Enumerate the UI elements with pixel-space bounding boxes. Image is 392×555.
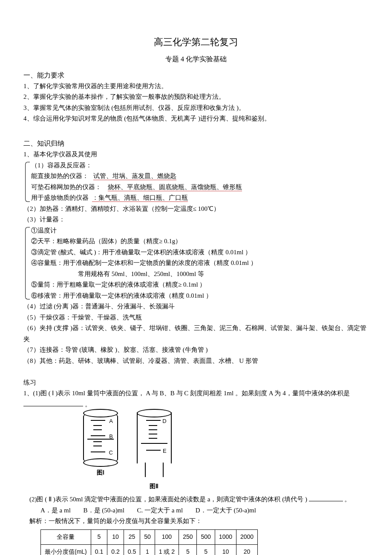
val-8: 20 bbox=[236, 544, 258, 555]
s1-p1: 1、了解化学实验常用仪器的主要用途和使用方法。 bbox=[23, 81, 369, 92]
s1-p2: 2、掌握化学实验的基本操作，了解实验室一般事故的预防和处理方法。 bbox=[23, 92, 369, 103]
q1-end: 。 bbox=[85, 401, 91, 408]
option-D: D．一定大于 (50-a)ml bbox=[196, 505, 256, 516]
col-2: 25 bbox=[124, 529, 140, 544]
fig2-D: D bbox=[162, 417, 166, 426]
s2-p7: （7）连接器：导管 (玻璃、橡胶 )、胶塞、活塞、接液管 (牛角管 ) bbox=[23, 345, 369, 356]
option-C: C. 一定大于 a ml bbox=[137, 505, 183, 516]
fig2-caption: 图Ⅱ bbox=[137, 481, 172, 492]
col-3: 50 bbox=[140, 529, 155, 544]
s2-item1: 1、基本化学仪器及其使用 bbox=[23, 149, 369, 160]
g1-l2a: 能直接加热的仪器： bbox=[31, 173, 89, 179]
q2-text: (2)图 ( Ⅱ )表示 50ml 滴定管中液面的位置，如果液面处的读数是 a，… bbox=[29, 496, 307, 503]
s1-p4: 4、综合运用化学知识对常见的物质 (包括气体物质、无机离子 )进行分离、提纯和鉴… bbox=[23, 113, 369, 124]
val-5: 5 bbox=[179, 544, 197, 555]
col-7: 1000 bbox=[215, 529, 236, 544]
g2-l4b: 常用规格有 50ml、100ml、250ml、1000ml 等 bbox=[31, 269, 369, 280]
section2-heading: 二、知识归纳 bbox=[23, 138, 369, 149]
val-7: 10 bbox=[215, 544, 236, 555]
col-0: 5 bbox=[91, 529, 107, 544]
q1-text: 1、(1)图 ( Ⅰ )表示 10ml 量筒中液面的位置， A 与 B、B 与 … bbox=[23, 390, 350, 397]
g1-l2b: 试管、坩埚、蒸发皿、燃烧匙 bbox=[93, 173, 176, 180]
practice-heading: 练习 bbox=[23, 377, 369, 388]
g1-l3a: 可垫石棉网加热的仪器： bbox=[31, 184, 101, 190]
fig1-B: B bbox=[109, 432, 113, 441]
g2-l2: ②天平：粗略称量药品（固体）的质量（精度≥ 0.1g） bbox=[31, 236, 369, 247]
s1-p3: 3、掌握常见气体的实验室制法 (包括所用试剂、仪器、反应原理和收集方法 )。 bbox=[23, 103, 369, 114]
g2-l6: ⑥移液管：用于准确量取一定体积的液体或溶液（精度 0.01ml ） bbox=[31, 290, 369, 302]
subtitle: 专题 4 化学实验基础 bbox=[23, 53, 369, 65]
page-title: 高三化学第二轮复习 bbox=[23, 34, 369, 50]
val-3: 1 bbox=[140, 544, 155, 555]
th-row: 最小分度值(mL) bbox=[41, 544, 91, 555]
graduation-table: 全容量 5 10 25 50 100 250 500 1000 2000 最小分… bbox=[40, 529, 258, 555]
g1-l4b: ：集气瓶、滴瓶、细口瓶、广口瓶 bbox=[92, 194, 188, 202]
g1-l3b: 烧杯、平底烧瓶、圆底烧瓶、蒸馏烧瓶、锥形瓶 bbox=[108, 184, 242, 191]
s2-p5: （5）干燥仪器：干燥管、干燥器、洗气瓶 bbox=[23, 312, 369, 323]
col-8: 2000 bbox=[236, 529, 258, 544]
s2-p8: （8）其他：药匙、研钵、玻璃棒、试管刷、冷凝器、滴管、表面皿、水槽、 U 形管 bbox=[23, 356, 369, 367]
g2-l4: ④容量瓶：用于准确配制一定体积和一定物质的量的浓度的溶液（精度 0.01ml ） bbox=[31, 258, 369, 269]
figure-2: D E 图Ⅱ bbox=[137, 412, 172, 492]
col-5: 250 bbox=[179, 529, 197, 544]
q2-end: 。 bbox=[344, 496, 351, 503]
cylinder-1-icon: A B C bbox=[83, 412, 118, 463]
option-A: A．是 a ml bbox=[40, 505, 71, 516]
q1-blank[interactable] bbox=[23, 406, 83, 406]
col-1: 10 bbox=[107, 529, 124, 544]
g1-l1: （1）容器及反应器： bbox=[31, 160, 369, 171]
fig1-C: C bbox=[109, 448, 113, 457]
fig2-E: E bbox=[163, 446, 167, 456]
val-6: 5 bbox=[197, 544, 215, 555]
burette-icon: D E bbox=[137, 412, 172, 463]
option-B: B．是 (50-a)ml bbox=[84, 505, 124, 516]
th-header: 全容量 bbox=[41, 529, 91, 544]
col-4: 100 bbox=[155, 529, 179, 544]
figure-1: A B C 图Ⅰ bbox=[83, 412, 118, 478]
s2-p4: （4）过滤 (分离 )器：普通漏斗、分液漏斗、长颈漏斗 bbox=[23, 301, 369, 312]
g1-l4a: 用于盛放物质的仪器 bbox=[31, 194, 89, 201]
g2-l3: ③滴定管 (酸式、碱式 )：用于准确量取一定体积的液体或溶液（精度 0.01ml… bbox=[31, 247, 369, 258]
s2-p3: （3）计量器： bbox=[23, 214, 369, 225]
g2-l1: ①温度计 bbox=[31, 225, 369, 236]
col-6: 500 bbox=[197, 529, 215, 544]
analysis-text: 解析：一般情况下，量筒的最小分度值与其全容量关系如下： bbox=[23, 516, 369, 527]
section1-heading: 一、能力要求 bbox=[23, 69, 369, 81]
s2-p2: （2）加热器：酒精灯、酒精喷灯、水浴装置（控制一定温度≤ 100℃） bbox=[23, 204, 369, 215]
s2-p6: （6）夹持 (支撑 )器：试管夹、铁夹、镊子、坩埚钳、铁圈、三角架、泥三角、石棉… bbox=[23, 323, 369, 345]
val-1: 0.2 bbox=[107, 544, 124, 555]
val-2: 0.5 bbox=[124, 544, 140, 555]
val-4: 1 或 2 bbox=[155, 544, 179, 555]
g2-l5: ⑤量筒：用于粗略量取一定体积的液体或溶液（精度≥ 0.1ml ） bbox=[31, 279, 369, 290]
fig1-caption: 图Ⅰ bbox=[83, 468, 118, 478]
bracket-group-1: （1）容器及反应器： 能直接加热的仪器： 试管、坩埚、蒸发皿、燃烧匙 可垫石棉网… bbox=[24, 160, 369, 204]
fig1-A: A bbox=[109, 417, 113, 426]
bracket-group-2: ①温度计 ②天平：粗略称量药品（固体）的质量（精度≥ 0.1g） ③滴定管 (酸… bbox=[24, 225, 369, 302]
val-0: 0.1 bbox=[91, 544, 107, 555]
q2-blank[interactable] bbox=[309, 501, 343, 501]
